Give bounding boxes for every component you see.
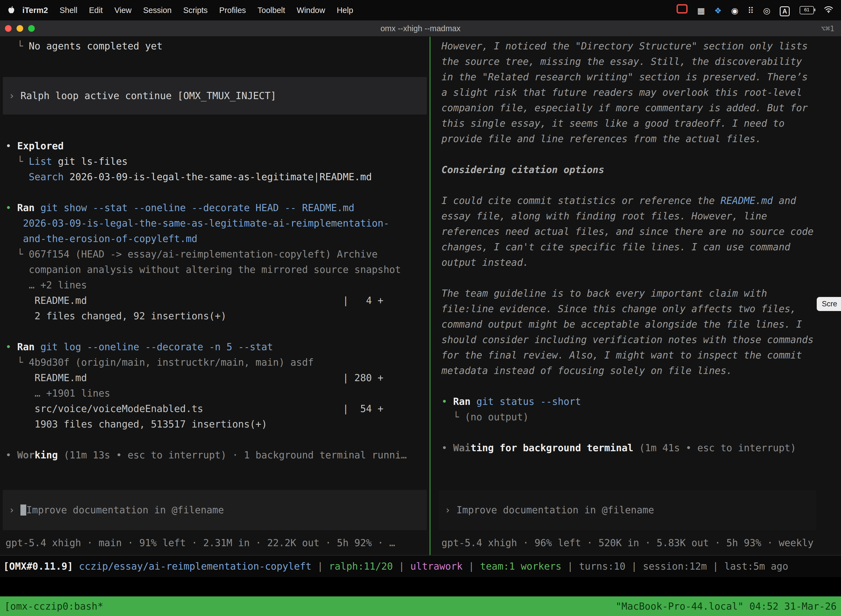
- battery-percent: 61: [800, 7, 813, 13]
- terminal-line: [6, 123, 429, 138]
- terminal-line: Search 2026-03-09-is-legal-the-same-as-l…: [6, 169, 429, 185]
- battery-icon[interactable]: 61: [800, 6, 814, 14]
- terminal-line: and-the-erosion-of-copyleft.md: [6, 231, 429, 246]
- terminal-line: [441, 425, 819, 440]
- left-pane-spacer: [6, 463, 429, 490]
- window-shortcut-badge: ⌥⌘1: [821, 24, 841, 33]
- terminal-line: • Working (11m 13s • esc to interrupt) ·…: [6, 447, 429, 463]
- right-pane-spacer: [441, 456, 819, 490]
- terminal-line: 2026-03-09-is-legal-the-same-as-legitima…: [6, 216, 429, 231]
- terminal-line: [6, 324, 429, 339]
- menu-item-help[interactable]: Help: [331, 6, 359, 15]
- menu-item-edit[interactable]: Edit: [83, 6, 108, 15]
- terminal-line: [6, 432, 429, 447]
- input-source-icon[interactable]: A: [780, 6, 790, 16]
- screen: iTerm2ShellEditViewSessionScriptsProfile…: [0, 0, 841, 616]
- session-status-right: gpt-5.4 xhigh · 96% left · 520K in · 5.8…: [441, 535, 819, 551]
- terminal-line: • Ran git status --short: [441, 394, 819, 409]
- left-terminal-pane: └ No agents completed yet› Ralph loop ac…: [0, 37, 429, 555]
- terminal-line: [6, 54, 429, 69]
- menu-item-view[interactable]: View: [108, 6, 137, 15]
- terminal-line: └ 4b9d30f (origin/main, instructkr/main,…: [6, 355, 429, 370]
- left-status-line: gpt-5.4 xhigh · main · 91% left · 2.31M …: [6, 535, 429, 551]
- right-command-input[interactable]: › Improve documentation in @filename: [439, 490, 816, 530]
- terminal-line: [441, 147, 819, 162]
- terminal-line: [441, 177, 819, 193]
- clock-icon[interactable]: ◎: [763, 6, 771, 15]
- terminal-line: src/voice/voiceModeEnabled.ts | 54 +: [6, 401, 429, 417]
- terminal-line: … +1901 lines: [6, 386, 429, 401]
- terminal-line: • Waiting for background terminal (1m 41…: [441, 440, 819, 456]
- terminal-line: The team guideline is to back every impo…: [441, 286, 819, 378]
- menu-item-iterm2[interactable]: iTerm2: [16, 6, 54, 15]
- terminal-line: • Ran git log --oneline --decorate -n 5 …: [6, 339, 429, 355]
- command-input-right[interactable]: › Improve documentation in @filename: [445, 502, 654, 518]
- apple-menu-icon[interactable]: [8, 6, 15, 14]
- omx-status-bar: [OMX#0.11.9] cczip/essay/ai-reimplementa…: [0, 555, 841, 577]
- menu-item-shell[interactable]: Shell: [54, 6, 84, 15]
- terminal-line: companion analysis without altering the …: [6, 262, 429, 277]
- menu-item-toolbelt[interactable]: Toolbelt: [252, 6, 291, 15]
- screen-share-tooltip[interactable]: Scre: [817, 297, 841, 311]
- tmux-session-label: [omx-cczip0:bash*: [4, 601, 103, 612]
- terminal-line: [441, 378, 819, 394]
- terminal-line: └ List git ls-files: [6, 154, 429, 169]
- terminal-line: 1903 files changed, 513517 insertions(+): [6, 417, 429, 432]
- terminal-line: … +2 lines: [6, 277, 429, 293]
- terminal-line: README.md | 4 +: [6, 293, 429, 308]
- command-input-left[interactable]: › Improve documentation in @filename: [9, 502, 224, 518]
- omx-status-line: [OMX#0.11.9] cczip/essay/ai-reimplementa…: [3, 561, 788, 572]
- terminal-line: └ 067f154 (HEAD -> essay/ai-reimplementa…: [6, 246, 429, 262]
- macos-menu-bar: iTerm2ShellEditViewSessionScriptsProfile…: [0, 0, 841, 21]
- left-command-input[interactable]: › Improve documentation in @filename: [3, 490, 427, 530]
- window-title: omx --xhigh --madmax: [0, 24, 841, 33]
- terminal-line: I could cite commit statistics or refere…: [441, 193, 819, 270]
- apps-grid-icon[interactable]: ⠿: [748, 6, 754, 15]
- right-status-line: gpt-5.4 xhigh · 96% left · 520K in · 5.8…: [441, 535, 819, 551]
- right-terminal-pane: However, I noticed the "Directory Struct…: [431, 37, 841, 555]
- menu-items: iTerm2ShellEditViewSessionScriptsProfile…: [16, 6, 359, 15]
- tmux-status-bar: [omx-cczip0:bash* "MacBook-Pro-44.local"…: [0, 596, 841, 616]
- menu-item-session[interactable]: Session: [138, 6, 177, 15]
- tmux-host-clock: "MacBook-Pro-44.local" 04:52 31-Mar-26: [615, 601, 837, 612]
- terminal-line: └ (no output): [441, 409, 819, 425]
- window-grid-icon[interactable]: ▦: [697, 6, 705, 15]
- wifi-icon[interactable]: [824, 6, 833, 15]
- bottom-gap: [0, 577, 841, 596]
- ralph-inject-banner: › Ralph loop active continue [OMX_TMUX_I…: [3, 77, 427, 114]
- window-title-bar: omx --xhigh --madmax ⌥⌘1: [0, 21, 841, 37]
- terminal-line: However, I noticed the "Directory Struct…: [441, 38, 819, 147]
- menu-bar-status-icons: ▦❖◉⠿◎A 61: [667, 4, 833, 16]
- menu-item-scripts[interactable]: Scripts: [177, 6, 214, 15]
- terminal-line: Considering citation options: [441, 162, 819, 177]
- terminal-line: • Explored: [6, 138, 429, 154]
- camera-icon[interactable]: ◉: [731, 6, 738, 15]
- menu-item-window[interactable]: Window: [291, 6, 331, 15]
- session-status-left: gpt-5.4 xhigh · main · 91% left · 2.31M …: [6, 535, 429, 551]
- terminal-line: • Ran git show --stat --oneline --decora…: [6, 200, 429, 216]
- swift-icon[interactable]: ❖: [714, 6, 722, 15]
- terminal-line: README.md | 280 +: [6, 370, 429, 386]
- terminal-line: └ No agents completed yet: [6, 38, 429, 54]
- terminal-line: 2 files changed, 92 insertions(+): [6, 308, 429, 324]
- screen-recording-icon[interactable]: [677, 4, 687, 13]
- terminal-line: [441, 270, 819, 286]
- terminal-line: [6, 185, 429, 200]
- terminal-area: └ No agents completed yet› Ralph loop ac…: [0, 37, 841, 555]
- menu-item-profiles[interactable]: Profiles: [214, 6, 252, 15]
